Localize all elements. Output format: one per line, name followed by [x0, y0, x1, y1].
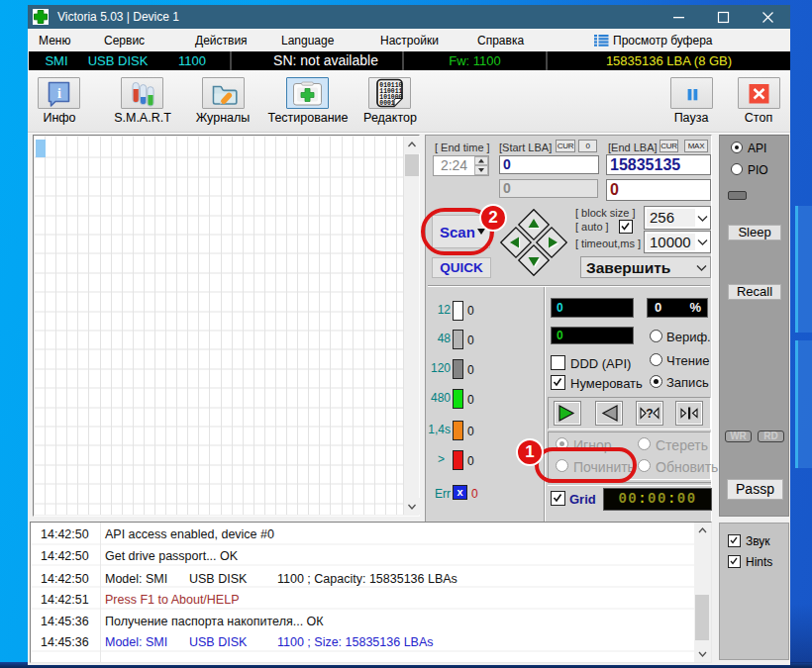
svg-text:i: i — [57, 86, 61, 101]
svg-text:?: ? — [646, 407, 653, 421]
svg-text:0001: 0001 — [379, 100, 395, 107]
